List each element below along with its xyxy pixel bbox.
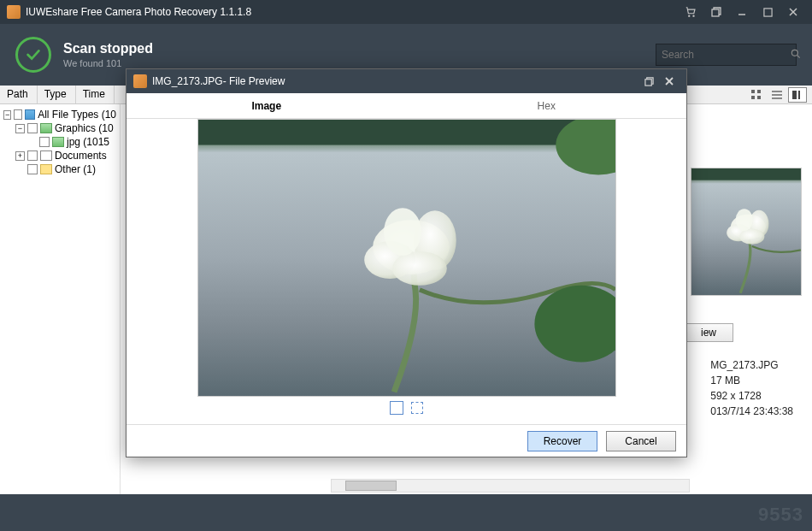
tree-label: Documents: [55, 150, 107, 162]
tree-all-types[interactable]: − All File Types (10: [3, 108, 116, 121]
svg-rect-17: [798, 91, 800, 99]
svg-rect-12: [757, 96, 761, 99]
search-input[interactable]: [662, 49, 790, 61]
tab-hex[interactable]: Hex: [407, 93, 687, 118]
actual-size-icon[interactable]: [410, 401, 424, 415]
preview-dialog: IMG_2173.JPG- File Preview Image Hex: [126, 68, 687, 457]
meta-filename: MG_2173.JPG: [710, 357, 793, 373]
folder-icon: [40, 164, 52, 174]
watermark: 9553: [758, 504, 803, 526]
tree-label: Other (1): [55, 163, 96, 175]
search-icon[interactable]: [790, 48, 802, 62]
window-titlebar: IUWEshare Free Camera Photo Recovery 1.1…: [0, 0, 812, 24]
svg-point-0: [689, 15, 690, 16]
svg-line-8: [797, 55, 800, 57]
dialog-tabs: Image Hex: [127, 93, 686, 119]
tab-image[interactable]: Image: [127, 93, 407, 118]
svg-point-25: [739, 229, 764, 245]
tree-documents[interactable]: + Documents: [15, 149, 116, 162]
checkbox[interactable]: [27, 150, 38, 161]
checkbox[interactable]: [27, 164, 38, 174]
meta-size: 17 MB: [710, 373, 793, 388]
svg-rect-11: [751, 96, 755, 99]
svg-rect-4: [763, 8, 771, 15]
meta-dimensions: 592 x 1728: [710, 388, 793, 404]
svg-rect-9: [751, 90, 755, 93]
recover-button[interactable]: Recover: [527, 431, 597, 451]
tree-label: All File Types (10: [38, 109, 116, 121]
fit-icon[interactable]: [390, 401, 403, 415]
view-detail-icon[interactable]: [788, 87, 807, 103]
view-list-icon[interactable]: [768, 87, 786, 103]
document-icon: [40, 150, 52, 161]
tree-other[interactable]: Other (1): [15, 162, 116, 176]
expand-icon[interactable]: +: [15, 151, 25, 161]
footer: 9553: [0, 494, 812, 531]
monitor-icon: [25, 109, 35, 120]
tree-label: Graphics (10: [55, 122, 114, 134]
svg-point-26: [736, 209, 753, 231]
app-icon: [133, 74, 147, 88]
status-success-icon: [15, 37, 51, 73]
tree-label: jpg (1015: [67, 136, 109, 148]
file-metadata: MG_2173.JPG 17 MB 592 x 1728 013/7/14 23…: [710, 357, 793, 419]
app-icon: [7, 5, 21, 19]
dialog-restore-button[interactable]: [638, 73, 659, 90]
view-grid-icon[interactable]: [747, 87, 766, 103]
col-type[interactable]: Type: [38, 86, 76, 103]
tree-jpg[interactable]: jpg (1015: [27, 135, 116, 149]
svg-rect-10: [757, 90, 761, 93]
minimize-button[interactable]: [730, 3, 754, 21]
collapse-icon[interactable]: −: [3, 110, 11, 120]
scrollbar-thumb[interactable]: [345, 481, 397, 491]
svg-point-37: [392, 251, 447, 286]
status-title: Scan stopped: [63, 41, 656, 56]
svg-rect-16: [792, 91, 797, 99]
preview-image: [197, 119, 616, 397]
svg-rect-19: [691, 168, 801, 180]
dialog-title: IMG_2173.JPG- File Preview: [152, 75, 638, 87]
svg-point-1: [693, 15, 694, 16]
restore-icon[interactable]: [704, 3, 728, 21]
checkbox[interactable]: [27, 123, 38, 133]
maximize-button[interactable]: [756, 3, 780, 21]
status-subtitle: We found 101: [63, 58, 656, 68]
preview-button[interactable]: iew: [684, 323, 733, 342]
svg-point-7: [791, 50, 797, 56]
svg-point-38: [384, 208, 421, 256]
dialog-close-button[interactable]: [659, 73, 680, 90]
dialog-titlebar: IMG_2173.JPG- File Preview: [127, 69, 686, 93]
collapse-icon[interactable]: −: [15, 124, 25, 133]
svg-rect-27: [644, 79, 650, 85]
col-path[interactable]: Path: [0, 86, 38, 103]
picture-icon: [52, 137, 64, 147]
tree-graphics[interactable]: − Graphics (10: [15, 121, 116, 135]
svg-rect-31: [198, 120, 615, 145]
close-button[interactable]: [781, 3, 805, 21]
thumbnail[interactable]: [691, 168, 802, 296]
cart-icon[interactable]: [679, 3, 703, 21]
window-title: IUWEshare Free Camera Photo Recovery 1.1…: [26, 6, 679, 18]
picture-icon: [40, 123, 52, 133]
meta-date: 013/7/14 23:43:38: [710, 404, 793, 419]
file-tree: − All File Types (10 − Graphics (10 jpg …: [0, 104, 121, 494]
checkbox[interactable]: [14, 109, 22, 120]
search-box[interactable]: [656, 44, 797, 66]
horizontal-scrollbar[interactable]: [331, 479, 690, 493]
cancel-button[interactable]: Cancel: [606, 431, 676, 451]
checkbox[interactable]: [39, 137, 50, 147]
col-time[interactable]: Time: [76, 86, 115, 103]
svg-rect-2: [712, 9, 719, 16]
